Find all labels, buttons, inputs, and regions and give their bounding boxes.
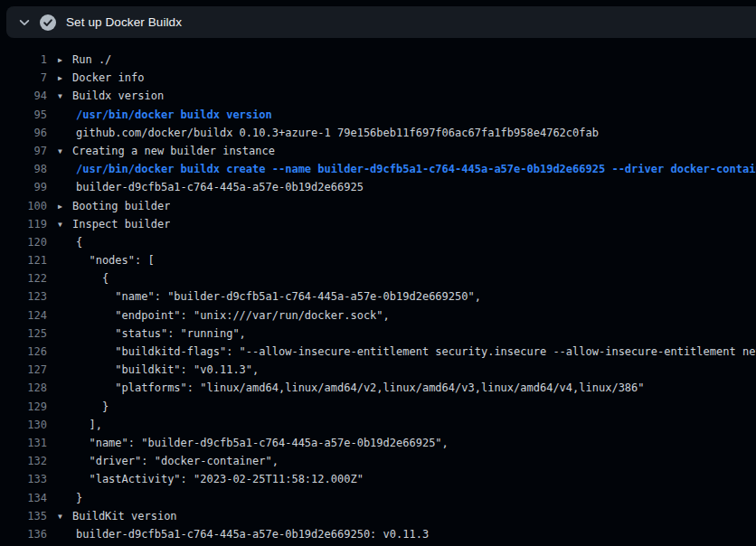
group-toggle-icon: ▼ [58, 508, 72, 525]
log-group-toggle[interactable]: ▼Inspect builder [47, 215, 170, 233]
log-line-text: "endpoint": "unix:///var/run/docker.sock… [76, 309, 390, 322]
group-toggle-icon: ▼ [58, 143, 72, 160]
log-line-text: Inspect builder [72, 218, 170, 231]
group-toggle-icon: ▶ [58, 70, 72, 87]
log-line: 99 builder-d9cfb5a1-c764-445a-a57e-0b19d… [0, 178, 756, 196]
line-number-link[interactable]: 127 [0, 361, 47, 379]
log-line: 128 "platforms": "linux/amd64,linux/amd6… [0, 379, 756, 397]
log-line-text: "buildkitd-flags": "--allow-insecure-ent… [76, 345, 756, 358]
line-number-link[interactable]: 1 [0, 51, 47, 69]
log-line: 136 builder-d9cfb5a1-c764-445a-a57e-0b19… [0, 525, 756, 543]
log-line: 133 "lastActivity": "2023-02-25T11:58:12… [0, 470, 756, 488]
log-line-text: BuildKit version [72, 510, 177, 522]
line-number-link[interactable]: 132 [0, 452, 47, 470]
line-number-link[interactable]: 136 [0, 525, 47, 543]
log-line-text: github.com/docker/buildx 0.10.3+azure-1 … [76, 127, 599, 139]
log-line: 122 { [0, 269, 756, 287]
line-number-link[interactable]: 123 [0, 287, 47, 306]
log-line-text: "status": "running", [76, 327, 246, 340]
group-toggle-icon: ▼ [58, 216, 72, 233]
line-number-link[interactable]: 122 [0, 269, 47, 287]
log-line-text: builder-d9cfb5a1-c764-445a-a57e-0b19d2e6… [76, 181, 364, 193]
log-line: 126 "buildkitd-flags": "--allow-insecure… [0, 343, 756, 361]
log-line: 125 "status": "running", [0, 325, 756, 343]
log-line-text: /usr/bin/docker buildx create --name bui… [76, 163, 756, 175]
line-number-link[interactable]: 126 [0, 343, 47, 361]
step-header[interactable]: Set up Docker Buildx [6, 6, 756, 38]
log-line-text: "driver": "docker-container", [76, 455, 279, 467]
log-line-text: /usr/bin/docker buildx version [76, 108, 272, 121]
line-number-link[interactable]: 100 [0, 197, 47, 215]
line-number-link[interactable]: 135 [0, 507, 47, 525]
log-line-text: "buildkit": "v0.11.3", [76, 363, 259, 376]
log-line-text: Booting builder [72, 200, 170, 212]
line-number-link[interactable]: 134 [0, 489, 47, 507]
chevron-down-icon[interactable] [17, 15, 32, 30]
log-line-text: { [76, 272, 109, 285]
log-group-toggle[interactable]: ▶Run ./ [47, 51, 111, 69]
log-line: 96 github.com/docker/buildx 0.10.3+azure… [0, 124, 756, 142]
check-circle-icon [40, 14, 56, 31]
step-title: Set up Docker Buildx [66, 15, 182, 29]
log-group-toggle[interactable]: ▼Creating a new builder instance [47, 142, 275, 160]
line-number-link[interactable]: 119 [0, 215, 47, 233]
log-line: 119 ▼Inspect builder [0, 215, 756, 233]
log-line: 130 ], [0, 416, 756, 434]
log-line: 132 "driver": "docker-container", [0, 452, 756, 470]
log-line-text: Run ./ [72, 53, 111, 66]
line-number-link[interactable]: 125 [0, 325, 47, 343]
log-line: 123 "name": "builder-d9cfb5a1-c764-445a-… [0, 287, 756, 306]
log-line-text: { [76, 236, 82, 249]
log-line-text: } [76, 400, 109, 413]
line-number-link[interactable]: 94 [0, 87, 47, 105]
log-line: 135 ▼BuildKit version [0, 507, 756, 525]
log-line: 129 } [0, 398, 756, 416]
log-line-text: } [76, 492, 82, 504]
log-line-text: Buildx version [72, 89, 164, 102]
log-line-text: "nodes": [ [76, 254, 155, 267]
line-number-link[interactable]: 99 [0, 178, 47, 196]
line-number-link[interactable]: 131 [0, 434, 47, 452]
log-line: 121 "nodes": [ [0, 251, 756, 269]
line-number-link[interactable]: 121 [0, 251, 47, 269]
group-toggle-icon: ▶ [58, 52, 72, 69]
line-number-link[interactable]: 133 [0, 470, 47, 488]
line-number-link[interactable]: 96 [0, 124, 47, 142]
log-line: 94 ▼Buildx version [0, 87, 756, 105]
log-line-text: ], [76, 419, 102, 431]
line-number-link[interactable]: 130 [0, 416, 47, 434]
line-number-link[interactable]: 124 [0, 306, 47, 325]
log-line: 134 } [0, 489, 756, 507]
log-line-text: "name": "builder-d9cfb5a1-c764-445a-a57e… [76, 290, 481, 303]
log-line-text: builder-d9cfb5a1-c764-445a-a57e-0b19d2e6… [76, 528, 429, 541]
line-number-link[interactable]: 97 [0, 142, 47, 160]
log-line-text: "name": "builder-d9cfb5a1-c764-445a-a57e… [76, 437, 449, 449]
log-line: 100 ▶Booting builder [0, 197, 756, 215]
line-number-link[interactable]: 95 [0, 106, 47, 124]
log-line: 7 ▶Docker info [0, 69, 756, 87]
group-toggle-icon: ▼ [58, 88, 72, 105]
log-line-text: "lastActivity": "2023-02-25T11:58:12.000… [76, 473, 364, 485]
group-toggle-icon: ▶ [58, 198, 72, 215]
log-group-toggle[interactable]: ▼Buildx version [47, 87, 164, 105]
log-line: 1 ▶Run ./ [0, 51, 756, 69]
log-line: 95 /usr/bin/docker buildx version [0, 106, 756, 124]
line-number-link[interactable]: 128 [0, 379, 47, 397]
log-group-toggle[interactable]: ▶Booting builder [47, 197, 170, 215]
line-number-link[interactable]: 7 [0, 69, 47, 87]
log-line: 97 ▼Creating a new builder instance [0, 142, 756, 160]
log-line: 127 "buildkit": "v0.11.3", [0, 361, 756, 379]
log-group-toggle[interactable]: ▼BuildKit version [47, 507, 177, 525]
log-line: 98 /usr/bin/docker buildx create --name … [0, 160, 756, 178]
log-line: 120 { [0, 233, 756, 251]
line-number-link[interactable]: 129 [0, 398, 47, 416]
log-line-text: "platforms": "linux/amd64,linux/amd64/v2… [76, 381, 645, 394]
log-line-text: Docker info [72, 71, 144, 84]
log-line: 124 "endpoint": "unix:///var/run/docker.… [0, 306, 756, 325]
log: 1 ▶Run ./ 7 ▶Docker info 94 ▼Buildx vers… [0, 38, 756, 543]
line-number-link[interactable]: 98 [0, 160, 47, 178]
log-line-text: Creating a new builder instance [72, 145, 275, 157]
line-number-link[interactable]: 120 [0, 233, 47, 251]
log-line: 131 "name": "builder-d9cfb5a1-c764-445a-… [0, 434, 756, 452]
log-group-toggle[interactable]: ▶Docker info [47, 69, 144, 87]
